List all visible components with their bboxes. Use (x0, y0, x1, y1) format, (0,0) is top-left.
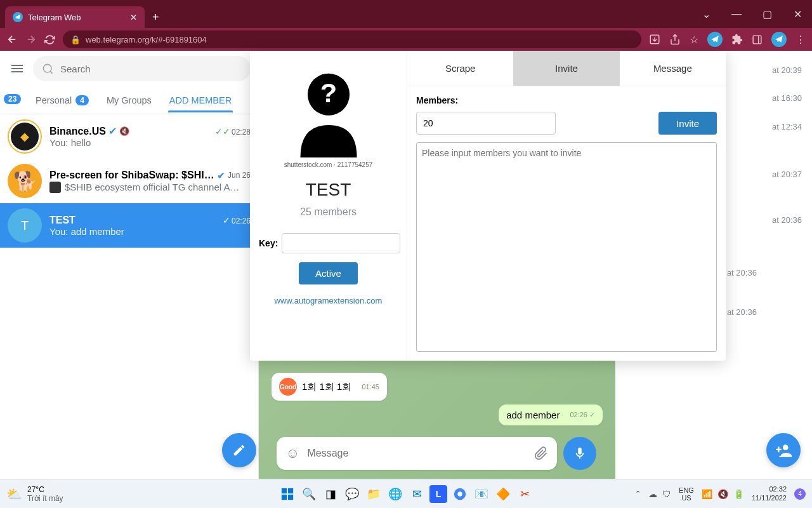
members-label: Members: (416, 95, 717, 105)
chat-item-shiba[interactable]: Pre-screen for ShibaSwap: $SHI… ✔ Jun 26… (0, 159, 258, 203)
chat-name: Binance.US (49, 126, 106, 137)
chevron-down-icon[interactable]: ⌄ (691, 0, 721, 28)
members-textarea[interactable] (416, 142, 717, 352)
telegram-ext-icon[interactable] (771, 32, 787, 47)
browser-toolbar: 🔒 web.telegram.org/k/#-691891604 ☆ ⋮ (0, 28, 812, 51)
minimize-button[interactable]: — (722, 0, 751, 28)
tab-addmember[interactable]: ADD MEMBER (160, 89, 240, 112)
security-icon[interactable]: 🛡 (662, 489, 671, 499)
chrome-canary-icon[interactable]: 🔶 (494, 485, 512, 503)
tab-mygroups[interactable]: My Groups (98, 89, 160, 112)
message-input[interactable]: ☺ (277, 437, 557, 470)
chat-preview: You: add member (49, 226, 251, 237)
notification-badge[interactable]: 4 (794, 488, 806, 500)
search-input[interactable] (33, 56, 251, 81)
battery-icon[interactable]: 🔋 (733, 489, 744, 499)
message-incoming: Good 1회 1회 1회 01:45 (272, 373, 387, 401)
lock-icon: 🔒 (70, 35, 81, 44)
weather-widget[interactable]: ⛅ 27°C Trời ít mây (6, 485, 63, 503)
invite-button[interactable]: Invite (658, 112, 717, 135)
verified-icon: ✔ (108, 125, 117, 137)
muted-icon: 🔇 (119, 126, 129, 136)
hamburger-menu-icon[interactable] (8, 59, 27, 78)
active-button[interactable]: Active (299, 262, 358, 284)
chat-sidebar: 23 Personal 4 My Groups ADD MEMBER Binan… (0, 51, 259, 479)
address-bar[interactable]: 🔒 web.telegram.org/k/#-691891604 (63, 30, 641, 48)
weather-icon: ⛅ (6, 486, 22, 502)
chat-preview: You: hello (49, 137, 251, 148)
chat-item-test[interactable]: T TEST ✓02:26 You: add member (0, 203, 258, 248)
chevron-up-icon[interactable]: ⌃ (635, 490, 641, 498)
clock[interactable]: 02:32 11/11/2022 (752, 485, 787, 502)
compose-button[interactable] (222, 433, 256, 467)
emoji-icon[interactable]: ☺ (285, 445, 299, 462)
watermark-text: shutterstock.com · 2117754257 (284, 161, 373, 168)
chat-time: Jun 26 (228, 171, 251, 180)
personal-badge: 4 (75, 95, 89, 105)
avatar (8, 119, 42, 154)
windows-taskbar: ⛅ 27°C Trời ít mây 🔍 ◨ 💬 📁 🌐 ✉ L 📧 🔶 ✂ ⌃… (0, 479, 812, 508)
chat-icon[interactable]: 💬 (343, 485, 361, 503)
key-label: Key: (259, 238, 278, 248)
reload-button[interactable] (44, 34, 55, 45)
chat-time: ✓02:26 (223, 215, 251, 225)
edge-icon[interactable]: 🌐 (386, 485, 404, 503)
close-tab-icon[interactable]: ✕ (130, 13, 137, 22)
message-outgoing: add member 02:26 ✓ (499, 404, 603, 425)
tab-message[interactable]: Message (620, 51, 726, 86)
chat-name: TEST (49, 215, 75, 226)
install-icon[interactable] (649, 34, 660, 45)
tab-title: Telegram Web (28, 13, 81, 22)
tab-personal[interactable]: Personal 4 (27, 89, 98, 112)
start-button[interactable] (278, 485, 296, 503)
search-icon[interactable]: 🔍 (300, 485, 318, 503)
volume-icon[interactable]: 🔇 (717, 489, 728, 499)
svg-text:?: ? (320, 77, 336, 108)
all-chats-badge: 23 (4, 94, 21, 104)
svg-point-3 (43, 64, 51, 72)
taskview-icon[interactable]: ◨ (322, 485, 339, 503)
forward-button[interactable] (25, 34, 37, 45)
back-button[interactable] (6, 34, 18, 45)
wifi-icon[interactable]: 📶 (702, 489, 712, 499)
mail-icon[interactable]: ✉ (408, 485, 426, 503)
maximize-button[interactable]: ▢ (752, 0, 782, 28)
avatar (8, 164, 42, 198)
extension-link[interactable]: www.autogramextension.com (275, 296, 383, 305)
tab-invite[interactable]: Invite (513, 51, 619, 86)
svg-rect-9 (282, 494, 287, 499)
explorer-icon[interactable]: 📁 (365, 485, 383, 503)
svg-rect-10 (288, 494, 293, 499)
sticker-icon: Good (279, 378, 297, 396)
outlook-icon[interactable]: 📧 (473, 485, 490, 503)
extensions-icon[interactable] (731, 34, 743, 45)
svg-line-4 (50, 71, 52, 73)
voice-button[interactable] (563, 437, 596, 470)
extension-autogram-icon[interactable] (707, 32, 723, 47)
bookmark-icon[interactable]: ☆ (690, 34, 698, 46)
new-tab-button[interactable]: + (145, 6, 167, 28)
message-field[interactable] (307, 448, 527, 459)
svg-rect-8 (288, 488, 293, 493)
tab-scrape[interactable]: Scrape (407, 51, 513, 86)
telegram-icon (13, 12, 23, 22)
app-l-icon[interactable]: L (429, 485, 447, 503)
group-members-count: 25 members (300, 206, 357, 218)
browser-tab[interactable]: Telegram Web ✕ (5, 6, 145, 28)
search-field[interactable] (60, 64, 242, 74)
members-count-input[interactable] (416, 112, 556, 135)
key-input[interactable] (282, 233, 400, 253)
add-member-button[interactable] (766, 433, 801, 467)
svg-rect-7 (282, 488, 287, 493)
close-window-button[interactable]: ✕ (783, 0, 812, 28)
onedrive-icon[interactable]: ☁ (648, 489, 657, 499)
chrome-icon[interactable] (451, 485, 469, 503)
url-text: web.telegram.org/k/#-691891604 (86, 35, 207, 44)
snip-icon[interactable]: ✂ (516, 485, 534, 503)
attach-icon[interactable] (534, 446, 548, 460)
menu-icon[interactable]: ⋮ (796, 34, 806, 46)
chat-item-binance[interactable]: Binance.US ✔ 🔇 ✓✓02:28 You: hello (0, 114, 258, 159)
language-indicator[interactable]: ENG (679, 486, 694, 494)
sidepanel-icon[interactable] (752, 34, 763, 45)
share-icon[interactable] (669, 34, 681, 45)
